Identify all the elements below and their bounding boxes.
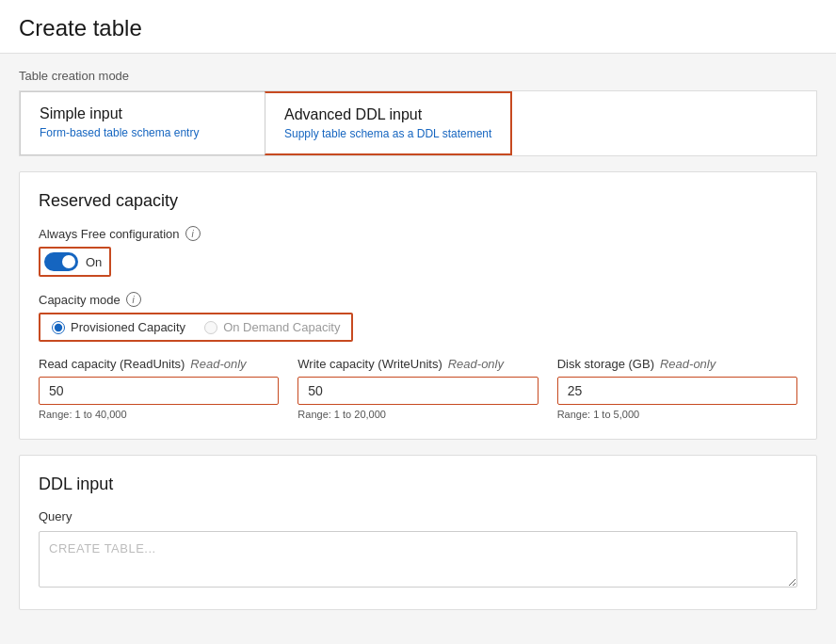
write-capacity-field: Write capacity (WriteUnits) Read-only Ra… (297, 357, 538, 420)
read-capacity-readonly: Read-only (190, 357, 246, 371)
capacity-inputs-row: Read capacity (ReadUnits) Read-only Rang… (39, 357, 797, 420)
mode-cards-wrapper: Simple input Form-based table schema ent… (19, 90, 817, 156)
capacity-mode-field: Capacity mode i Provisioned Capacity On … (39, 292, 797, 342)
always-free-field: Always Free configuration i On (39, 226, 797, 277)
table-creation-mode-section: Table creation mode Simple input Form-ba… (19, 69, 817, 156)
write-capacity-input[interactable] (297, 377, 538, 405)
on-demand-capacity-option[interactable]: On Demand Capacity (204, 320, 340, 334)
disk-storage-label: Disk storage (GB) Read-only (557, 357, 797, 371)
reserved-capacity-card: Reserved capacity Always Free configurat… (19, 171, 817, 440)
capacity-mode-info-icon[interactable]: i (126, 292, 141, 307)
write-capacity-readonly: Read-only (448, 357, 504, 371)
toggle-track (44, 252, 78, 271)
capacity-mode-radio-group: Provisioned Capacity On Demand Capacity (39, 313, 353, 342)
provisioned-capacity-option[interactable]: Provisioned Capacity (52, 320, 185, 334)
read-capacity-input[interactable] (39, 377, 279, 405)
capacity-mode-label: Capacity mode i (39, 292, 797, 307)
write-capacity-range: Range: 1 to 20,000 (297, 409, 538, 420)
simple-input-title: Simple input (40, 105, 246, 122)
always-free-info-icon[interactable]: i (185, 226, 201, 241)
disk-storage-readonly: Read-only (660, 357, 715, 371)
read-capacity-range: Range: 1 to 40,000 (39, 409, 279, 420)
toggle-state-label: On (86, 255, 102, 269)
provisioned-capacity-label: Provisioned Capacity (71, 320, 185, 334)
advanced-ddl-card[interactable]: Advanced DDL input Supply table schema a… (265, 91, 512, 155)
disk-storage-field: Disk storage (GB) Read-only Range: 1 to … (557, 357, 797, 420)
ddl-input-title: DDL input (39, 475, 797, 494)
on-demand-capacity-radio[interactable] (204, 321, 217, 334)
reserved-capacity-title: Reserved capacity (39, 191, 797, 211)
disk-storage-input[interactable] (557, 377, 797, 405)
advanced-ddl-desc: Supply table schema as a DDL statement (284, 127, 491, 140)
ddl-query-label: Query (39, 509, 797, 523)
ddl-query-textarea[interactable] (39, 531, 797, 588)
toggle-thumb (62, 255, 75, 268)
table-creation-mode-label: Table creation mode (19, 69, 817, 83)
page-title: Create table (19, 15, 817, 41)
page-header: Create table (0, 0, 836, 54)
advanced-ddl-title: Advanced DDL input (284, 106, 491, 123)
simple-input-card[interactable]: Simple input Form-based table schema ent… (20, 91, 265, 155)
read-capacity-label: Read capacity (ReadUnits) Read-only (39, 357, 279, 371)
on-demand-capacity-label: On Demand Capacity (223, 320, 340, 334)
always-free-toggle-container[interactable]: On (39, 247, 111, 277)
read-capacity-field: Read capacity (ReadUnits) Read-only Rang… (39, 357, 279, 420)
disk-storage-range: Range: 1 to 5,000 (557, 409, 797, 420)
write-capacity-label: Write capacity (WriteUnits) Read-only (297, 357, 538, 371)
main-content: Table creation mode Simple input Form-ba… (0, 54, 836, 644)
always-free-label: Always Free configuration i (39, 226, 797, 241)
ddl-input-card: DDL input Query (19, 455, 817, 610)
always-free-toggle[interactable] (44, 252, 78, 271)
provisioned-capacity-radio[interactable] (52, 321, 65, 334)
simple-input-desc: Form-based table schema entry (40, 126, 246, 139)
